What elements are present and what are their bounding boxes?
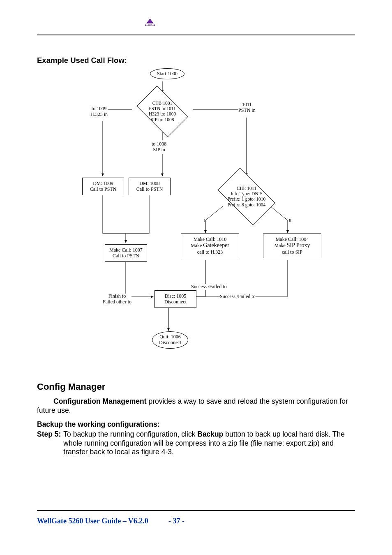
flow-disc-node: Disc: 1005 Disconnect: [154, 290, 196, 308]
header-divider: [37, 35, 355, 35]
flow-ctb-decision: CTB:1001 PSTN to:1011 H323 to: 1009 SIP …: [134, 93, 191, 130]
flow-make-call-1004: Make Call: 1004 Make SIP Proxy call to S…: [263, 234, 321, 258]
example-call-flow-heading: Example Used Call Flow:: [37, 56, 355, 65]
flow-label-success-failed-top: Success /Failed to: [191, 284, 227, 290]
footer-page-number: - 37 -: [168, 517, 184, 525]
page-footer: WellGate 5260 User Guide – V6.2.0 - 37 -: [37, 510, 355, 525]
flow-label-success-failed-right: Success /Failed to: [220, 294, 256, 300]
footer-doc-title: WellGate 5260 User Guide – V6.2.0: [37, 517, 168, 525]
flow-label-finish: Finish to Failed other to: [103, 294, 131, 305]
flow-start-node: Start:1000: [150, 68, 184, 79]
header-logo-icon: tm: [144, 18, 156, 30]
svg-text:tm: tm: [148, 23, 152, 26]
flow-dm-1008: DM: 1008 Call to PSTN: [129, 178, 171, 195]
flow-branch-1: 1: [203, 218, 206, 224]
flow-label-1011: 1011 PSTN in: [238, 102, 256, 113]
flow-branch-8: 8: [289, 218, 291, 224]
flow-dm-1009: DM: 1009 Call to PSTN: [82, 178, 124, 195]
config-manager-heading: Config Manager: [37, 382, 355, 392]
flow-quit-node: Quit: 1006 Disconnect: [152, 331, 188, 349]
flow-label-1008: to 1008 SIP in: [152, 141, 166, 153]
call-flow-diagram: Start:1000 CTB:1001 PSTN to:1011 H323 to…: [49, 68, 337, 372]
step-5-instruction: Step 5: To backup the running configurat…: [37, 430, 355, 457]
flow-cib-decision: CIB: 1011 Info Type: DNIS Prefix: 1 goto…: [214, 176, 279, 217]
backup-subheading: Backup the working configurations:: [37, 420, 355, 429]
config-manager-description: Configuration Management provides a way …: [37, 397, 355, 415]
flow-label-1009: to 1009 H.323 in: [90, 106, 108, 118]
flow-make-call-1010: Make Call: 1010 Make Gatekeeper call to …: [181, 234, 239, 258]
flow-make-call-1007: Make Call: 1007 Call to PSTN: [105, 244, 147, 262]
footer-divider: [37, 510, 355, 511]
